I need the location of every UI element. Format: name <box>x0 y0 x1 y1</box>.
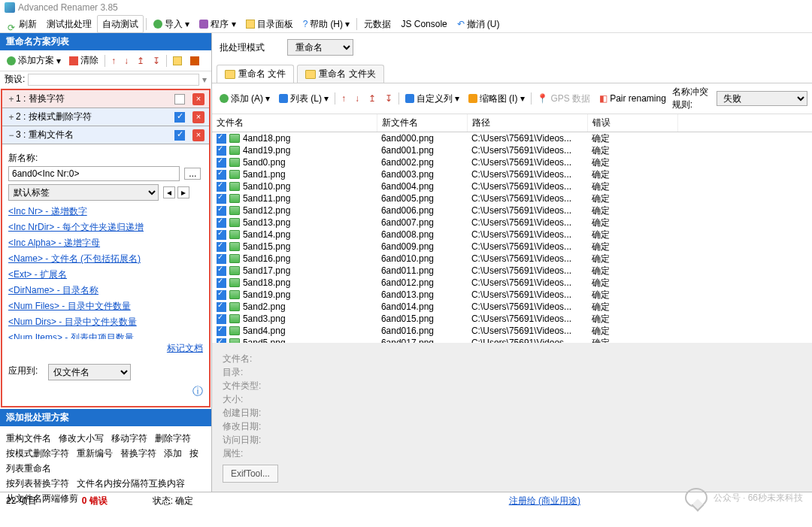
add-batch-item[interactable]: 按模式删除字符 <box>6 448 69 459</box>
file-row[interactable]: 5and16.png6and010.pngC:\Users\75691\Vide… <box>212 253 812 265</box>
menu-import[interactable]: 导入 ▾ <box>149 16 194 32</box>
add-batch-item[interactable]: 重新编号 <box>77 448 113 459</box>
register-link[interactable]: 注册给 (商业用途) <box>509 495 580 507</box>
conflict-select[interactable]: 失败 <box>717 91 807 106</box>
file-row[interactable]: 5and5.png6and017.pngC:\Users\75691\Video… <box>212 337 812 343</box>
file-row[interactable]: 5and15.png6and009.pngC:\Users\75691\Vide… <box>212 241 812 253</box>
row-checkbox[interactable] <box>217 266 226 276</box>
tag-link[interactable]: <Ext> - 扩展名 <box>8 267 203 283</box>
tag-link[interactable]: <Inc Nr> - 递增数字 <box>8 204 203 220</box>
add-files-button[interactable]: 添加 (A) ▾ <box>217 92 273 106</box>
file-row[interactable]: 5and12.png6and006.pngC:\Users\75691\Vide… <box>212 204 812 217</box>
row-checkbox[interactable] <box>217 314 226 324</box>
add-batch-item[interactable]: 添加 <box>164 448 182 459</box>
next-group-button[interactable]: ▸ <box>177 186 189 198</box>
add-batch-item[interactable]: 文件名内按分隔符互换内容 <box>77 478 185 489</box>
tab-rename-files[interactable]: 重命名 文件 <box>217 65 294 83</box>
row-checkbox[interactable] <box>217 278 226 288</box>
clear-methods-button[interactable]: 清除 <box>67 53 101 68</box>
collapse-icon[interactable]: − <box>7 130 16 141</box>
file-row[interactable]: 4and18.png6and000.pngC:\Users\75691\Vide… <box>212 132 812 144</box>
method-close-button[interactable]: × <box>192 129 205 141</box>
move-bottom-button[interactable]: ↧ <box>150 55 162 67</box>
browse-tags-button[interactable]: ... <box>184 168 201 180</box>
gps-button[interactable]: 📍GPS 数据 <box>534 92 593 106</box>
row-checkbox[interactable] <box>217 218 226 228</box>
method-checkbox[interactable] <box>174 130 185 141</box>
col-newname[interactable]: 新文件名 <box>377 114 468 132</box>
file-row[interactable]: 5and0.png6and002.pngC:\Users\75691\Video… <box>212 156 812 168</box>
file-row[interactable]: 5and18.png6and012.pngC:\Users\75691\Vide… <box>212 277 812 289</box>
tag-link[interactable]: <Num Dirs> - 目录中文件夹数量 <box>8 314 203 330</box>
list-button[interactable]: 列表 (L) ▾ <box>276 92 332 106</box>
row-checkbox[interactable] <box>217 242 226 252</box>
prev-group-button[interactable]: ◂ <box>163 186 175 198</box>
file-row[interactable]: 5and19.png6and013.pngC:\Users\75691\Vide… <box>212 289 812 301</box>
custom-column-button[interactable]: 自定义列 ▾ <box>402 92 462 106</box>
help-icon[interactable]: ⓘ <box>8 385 203 398</box>
new-name-input[interactable] <box>8 166 180 181</box>
move-down-button[interactable]: ↓ <box>122 55 131 67</box>
menu-undo[interactable]: ↶撤消 (U) <box>453 16 504 32</box>
tag-link[interactable]: <Name> - 文件名 (不包括拓展名) <box>8 251 203 267</box>
menu-metadata[interactable]: 元数据 <box>359 16 395 32</box>
row-checkbox[interactable] <box>217 230 226 240</box>
move-up-button[interactable]: ↑ <box>109 55 118 67</box>
method-close-button[interactable]: × <box>192 111 205 123</box>
row-checkbox[interactable] <box>217 326 226 336</box>
menu-help[interactable]: ?帮助 (H) ▾ <box>298 16 355 32</box>
col-filename[interactable]: 文件名 <box>212 114 377 132</box>
add-method-button[interactable]: 添加方案▾ <box>5 53 63 68</box>
batch-mode-select[interactable]: 重命名 <box>287 39 353 56</box>
expand-icon[interactable]: + <box>7 94 16 104</box>
row-checkbox[interactable] <box>217 158 226 168</box>
move-top-button[interactable]: ↥ <box>135 55 147 67</box>
row-checkbox[interactable] <box>217 146 226 156</box>
method-checkbox[interactable] <box>174 94 185 104</box>
add-batch-item[interactable]: 重构文件名 <box>6 433 51 444</box>
tag-link[interactable]: <DirName> - 目录名称 <box>8 283 203 298</box>
open-folder-button[interactable] <box>171 56 184 66</box>
method-item-2[interactable]: + 2 : 按模式删除字符 × <box>2 108 209 126</box>
file-row[interactable]: 5and10.png6and004.pngC:\Users\75691\Vide… <box>212 180 812 192</box>
row-checkbox[interactable] <box>217 254 226 264</box>
menu-auto-test[interactable]: 自动测试 <box>97 15 144 33</box>
row-checkbox[interactable] <box>217 290 226 300</box>
add-batch-item[interactable]: 替换字符 <box>120 448 156 459</box>
menu-dir-panel[interactable]: 目录面板 <box>241 16 298 32</box>
file-row[interactable]: 5and11.png6and005.pngC:\Users\75691\Vide… <box>212 192 812 204</box>
row-checkbox[interactable] <box>217 170 226 180</box>
tag-link[interactable]: <Inc Alpha> - 递增字母 <box>8 235 203 251</box>
method-item-1[interactable]: + 1 : 替换字符 × <box>2 90 209 108</box>
sort-bottom-button[interactable]: ↧ <box>382 92 395 104</box>
menu-jsconsole[interactable]: JS Console <box>396 16 451 32</box>
sort-top-button[interactable]: ↥ <box>365 92 379 104</box>
sort-up-button[interactable]: ↑ <box>338 92 349 104</box>
save-button[interactable] <box>188 56 201 66</box>
menu-test-batch[interactable]: 测试批处理 <box>42 16 96 32</box>
file-list[interactable]: 4and18.png6and000.pngC:\Users\75691\Vide… <box>212 132 812 343</box>
add-batch-item[interactable]: 移动字符 <box>111 433 147 444</box>
file-row[interactable]: 5and1.png6and003.pngC:\Users\75691\Video… <box>212 168 812 180</box>
sort-down-button[interactable]: ↓ <box>352 92 362 104</box>
method-item-3[interactable]: − 3 : 重构文件名 × <box>2 126 209 144</box>
row-checkbox[interactable] <box>217 182 226 192</box>
file-row[interactable]: 5and17.png6and011.pngC:\Users\75691\Vide… <box>212 265 812 277</box>
pair-renaming-button[interactable]: ◧Pair renaming <box>596 92 669 104</box>
preset-select[interactable] <box>28 74 199 86</box>
row-checkbox[interactable] <box>217 194 226 204</box>
file-row[interactable]: 5and14.png6and008.pngC:\Users\75691\Vide… <box>212 229 812 241</box>
col-error[interactable]: 错误 <box>588 114 678 132</box>
apply-to-select[interactable]: 仅文件名 <box>48 364 131 380</box>
file-row[interactable]: 4and19.png6and001.pngC:\Users\75691\Vide… <box>212 144 812 156</box>
thumbnail-button[interactable]: 缩略图 (I) ▾ <box>465 92 528 106</box>
tag-group-select[interactable]: 默认标签 <box>8 184 159 201</box>
method-checkbox[interactable] <box>174 112 185 123</box>
tag-link[interactable]: <Inc NrDir> - 每个文件夹递归递增 <box>8 220 203 235</box>
tag-doc-link[interactable]: 标记文档 <box>167 342 203 355</box>
method-close-button[interactable]: × <box>192 93 205 105</box>
expand-icon[interactable]: + <box>7 112 16 123</box>
tab-rename-folders[interactable]: 重命名 文件夹 <box>297 65 383 83</box>
menu-program[interactable]: 程序 ▾ <box>195 16 240 32</box>
add-batch-item[interactable]: 修改大小写 <box>59 433 104 444</box>
